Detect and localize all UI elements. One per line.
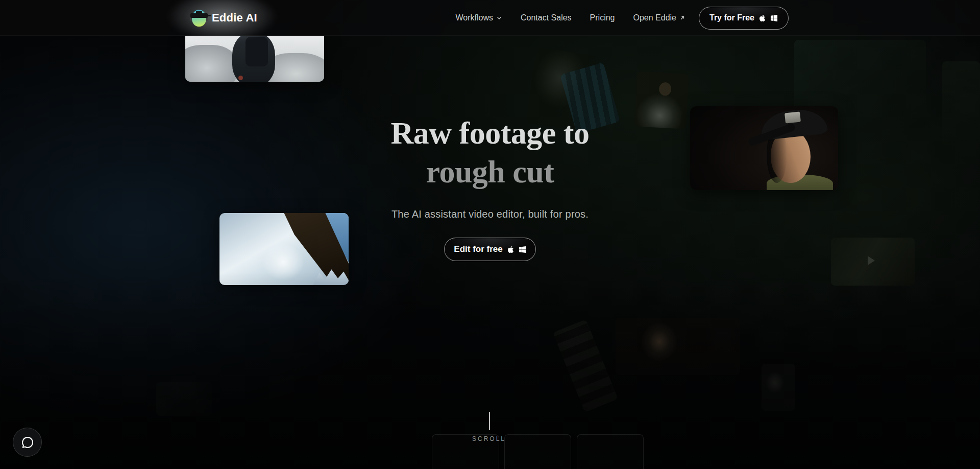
faded-video-thumbnail <box>156 382 212 416</box>
faded-video-thumbnail <box>616 318 740 375</box>
apple-icon <box>507 246 514 253</box>
video-thumbnail-hiker <box>185 36 324 82</box>
try-for-free-button[interactable]: Try for Free <box>699 7 789 30</box>
apple-icon <box>758 14 766 22</box>
bottom-card <box>577 434 644 469</box>
scroll-label: SCROLL <box>472 435 506 442</box>
hero-subtitle: The AI assistant video editor, built for… <box>0 208 980 220</box>
nav-item-pricing[interactable]: Pricing <box>590 13 615 22</box>
scroll-line <box>489 412 490 430</box>
chat-bubble-icon <box>20 435 35 450</box>
top-navbar: Eddie AI Workflows Contact Sales Pricing… <box>0 0 980 36</box>
hero-title-line2: rough cut <box>426 154 554 189</box>
page: Eddie AI Workflows Contact Sales Pricing… <box>0 0 980 469</box>
brand[interactable]: Eddie AI <box>191 9 257 27</box>
faded-video-thumbnail <box>762 364 795 411</box>
windows-icon <box>519 246 526 253</box>
brand-name: Eddie AI <box>212 11 257 25</box>
faded-filmstrip <box>553 319 618 412</box>
windows-icon <box>770 14 778 22</box>
chat-button[interactable] <box>13 428 42 457</box>
nav-item-open-eddie[interactable]: Open Eddie <box>633 13 685 22</box>
nav-item-contact-sales[interactable]: Contact Sales <box>521 13 572 22</box>
edit-for-free-button[interactable]: Edit for free <box>444 238 536 261</box>
eddie-face-logo-icon <box>191 9 207 27</box>
external-link-arrow-icon <box>679 15 685 21</box>
chevron-down-icon <box>496 15 502 21</box>
video-thumbnail-glacier <box>219 213 349 285</box>
bottom-card <box>504 434 571 469</box>
primary-nav: Workflows Contact Sales Pricing Open Edd… <box>455 13 685 22</box>
faded-video-thumbnail-play <box>831 238 915 286</box>
hero-title-line1: Raw footage to <box>390 115 589 150</box>
hero-title: Raw footage to rough cut <box>0 113 980 191</box>
nav-item-workflows[interactable]: Workflows <box>455 13 502 22</box>
